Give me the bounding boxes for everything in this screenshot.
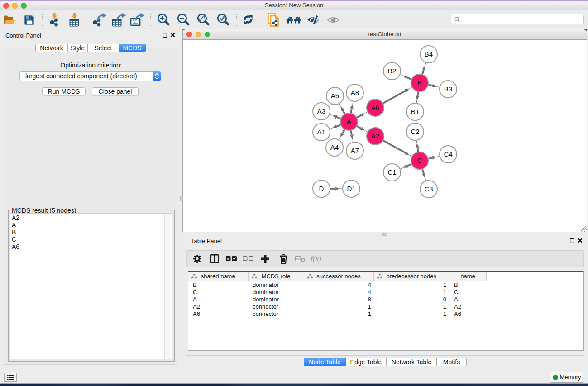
svg-text:B: B [417, 79, 422, 86]
svg-text:A4: A4 [330, 143, 339, 151]
svg-text:C1: C1 [387, 168, 396, 176]
svg-text:A: A [347, 118, 351, 125]
svg-text:C3: C3 [424, 185, 433, 193]
svg-text:A8: A8 [351, 89, 359, 96]
svg-text:B1: B1 [411, 108, 419, 115]
svg-text:A7: A7 [351, 147, 359, 154]
svg-text:B2: B2 [388, 67, 396, 75]
svg-text:C4: C4 [444, 150, 452, 158]
svg-text:A2: A2 [371, 132, 379, 140]
svg-text:A1: A1 [317, 128, 325, 136]
svg-text:C2: C2 [411, 128, 419, 135]
svg-text:D1: D1 [347, 185, 355, 192]
svg-text:A3: A3 [317, 107, 325, 115]
svg-text:A6: A6 [371, 104, 379, 111]
svg-text:C: C [417, 157, 422, 164]
svg-text:A5: A5 [331, 92, 339, 100]
svg-text:D: D [319, 185, 324, 192]
svg-text:B3: B3 [444, 85, 452, 93]
svg-text:B4: B4 [425, 50, 433, 58]
